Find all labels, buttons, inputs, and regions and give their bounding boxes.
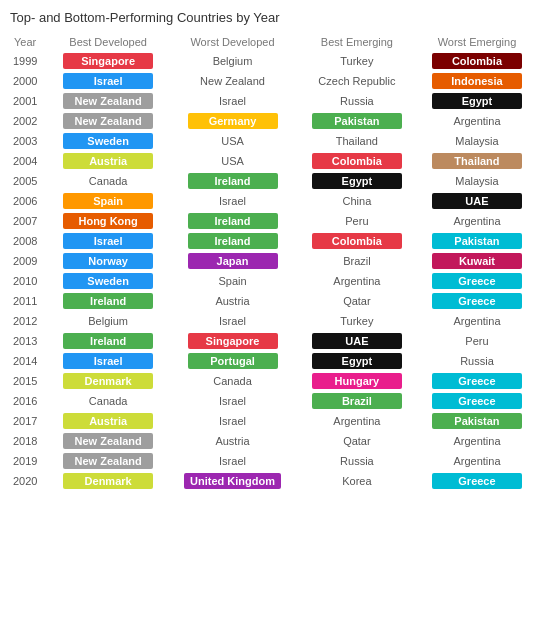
best-developed-cell: Ireland bbox=[48, 331, 168, 351]
cell-label: Russia bbox=[312, 453, 402, 469]
best-developed-cell: Austria bbox=[48, 411, 168, 431]
best-emerging-cell: Brazil bbox=[297, 391, 417, 411]
table-row: 2001New ZealandIsraelRussiaEgypt bbox=[10, 91, 537, 111]
worst-emerging-cell: Greece bbox=[417, 371, 537, 391]
cell-label: Thailand bbox=[432, 153, 522, 169]
best-developed-cell: Israel bbox=[48, 351, 168, 371]
best-emerging-cell: Turkey bbox=[297, 51, 417, 71]
cell-label: UAE bbox=[312, 333, 402, 349]
table-row: 2017AustriaIsraelArgentinaPakistan bbox=[10, 411, 537, 431]
worst-developed-cell: Israel bbox=[168, 191, 297, 211]
worst-emerging-cell: Peru bbox=[417, 331, 537, 351]
header-best-developed: Best Developed bbox=[48, 33, 168, 51]
cell-label: UAE bbox=[432, 193, 522, 209]
year-cell: 2001 bbox=[10, 91, 48, 111]
cell-label: Hungary bbox=[312, 373, 402, 389]
worst-developed-cell: Israel bbox=[168, 411, 297, 431]
table-row: 2012BelgiumIsraelTurkeyArgentina bbox=[10, 311, 537, 331]
header-worst-developed: Worst Developed bbox=[168, 33, 297, 51]
cell-label: Korea bbox=[312, 473, 402, 489]
cell-label: Greece bbox=[432, 273, 522, 289]
cell-label: United Kingdom bbox=[184, 473, 281, 489]
best-emerging-cell: Russia bbox=[297, 451, 417, 471]
best-developed-cell: Norway bbox=[48, 251, 168, 271]
main-container: Top- and Bottom-Performing Countries by … bbox=[10, 10, 537, 491]
best-developed-cell: Sweden bbox=[48, 131, 168, 151]
best-developed-cell: Hong Kong bbox=[48, 211, 168, 231]
cell-label: Austria bbox=[63, 153, 153, 169]
table-row: 2009NorwayJapanBrazilKuwait bbox=[10, 251, 537, 271]
worst-developed-cell: USA bbox=[168, 151, 297, 171]
cell-label: Brazil bbox=[312, 253, 402, 269]
year-cell: 2020 bbox=[10, 471, 48, 491]
best-emerging-cell: Colombia bbox=[297, 231, 417, 251]
year-cell: 2014 bbox=[10, 351, 48, 371]
table-row: 2005CanadaIrelandEgyptMalaysia bbox=[10, 171, 537, 191]
cell-label: Hong Kong bbox=[63, 213, 153, 229]
worst-developed-cell: Ireland bbox=[168, 211, 297, 231]
best-emerging-cell: Argentina bbox=[297, 411, 417, 431]
best-emerging-cell: Pakistan bbox=[297, 111, 417, 131]
table-body: 1999SingaporeBelgiumTurkeyColombia2000Is… bbox=[10, 51, 537, 491]
best-developed-cell: New Zealand bbox=[48, 451, 168, 471]
year-cell: 2007 bbox=[10, 211, 48, 231]
table-row: 2014IsraelPortugalEgyptRussia bbox=[10, 351, 537, 371]
year-cell: 2005 bbox=[10, 171, 48, 191]
cell-label: Portugal bbox=[188, 353, 278, 369]
best-developed-cell: New Zealand bbox=[48, 91, 168, 111]
cell-label: Austria bbox=[188, 293, 278, 309]
header-best-emerging: Best Emerging bbox=[297, 33, 417, 51]
worst-emerging-cell: Egypt bbox=[417, 91, 537, 111]
cell-label: Israel bbox=[63, 353, 153, 369]
cell-label: Egypt bbox=[432, 93, 522, 109]
cell-label: Turkey bbox=[312, 53, 402, 69]
worst-emerging-cell: Russia bbox=[417, 351, 537, 371]
worst-emerging-cell: UAE bbox=[417, 191, 537, 211]
cell-label: Spain bbox=[188, 273, 278, 289]
table-row: 2000IsraelNew ZealandCzech RepublicIndon… bbox=[10, 71, 537, 91]
best-emerging-cell: Qatar bbox=[297, 291, 417, 311]
cell-label: USA bbox=[188, 133, 278, 149]
cell-label: Pakistan bbox=[312, 113, 402, 129]
year-cell: 2004 bbox=[10, 151, 48, 171]
cell-label: Colombia bbox=[312, 153, 402, 169]
year-cell: 2015 bbox=[10, 371, 48, 391]
cell-label: USA bbox=[188, 153, 278, 169]
year-cell: 1999 bbox=[10, 51, 48, 71]
best-developed-cell: Canada bbox=[48, 171, 168, 191]
best-developed-cell: Austria bbox=[48, 151, 168, 171]
cell-label: Singapore bbox=[63, 53, 153, 69]
worst-developed-cell: Israel bbox=[168, 311, 297, 331]
year-cell: 2008 bbox=[10, 231, 48, 251]
year-cell: 2002 bbox=[10, 111, 48, 131]
worst-developed-cell: Ireland bbox=[168, 231, 297, 251]
worst-developed-cell: Belgium bbox=[168, 51, 297, 71]
cell-label: Kuwait bbox=[432, 253, 522, 269]
best-developed-cell: Spain bbox=[48, 191, 168, 211]
cell-label: Ireland bbox=[63, 293, 153, 309]
best-emerging-cell: Korea bbox=[297, 471, 417, 491]
header-worst-emerging: Worst Emerging bbox=[417, 33, 537, 51]
worst-emerging-cell: Kuwait bbox=[417, 251, 537, 271]
cell-label: Qatar bbox=[312, 433, 402, 449]
cell-label: Russia bbox=[432, 353, 522, 369]
cell-label: Turkey bbox=[312, 313, 402, 329]
cell-label: Singapore bbox=[188, 333, 278, 349]
worst-emerging-cell: Thailand bbox=[417, 151, 537, 171]
cell-label: Indonesia bbox=[432, 73, 522, 89]
cell-label: Colombia bbox=[312, 233, 402, 249]
best-developed-cell: New Zealand bbox=[48, 431, 168, 451]
cell-label: Argentina bbox=[432, 313, 522, 329]
cell-label: New Zealand bbox=[63, 93, 153, 109]
worst-emerging-cell: Greece bbox=[417, 291, 537, 311]
cell-label: Argentina bbox=[432, 213, 522, 229]
worst-developed-cell: Germany bbox=[168, 111, 297, 131]
cell-label: Ireland bbox=[63, 333, 153, 349]
cell-label: Greece bbox=[432, 473, 522, 489]
best-emerging-cell: Turkey bbox=[297, 311, 417, 331]
cell-label: Egypt bbox=[312, 173, 402, 189]
worst-developed-cell: New Zealand bbox=[168, 71, 297, 91]
worst-emerging-cell: Greece bbox=[417, 271, 537, 291]
cell-label: Israel bbox=[188, 193, 278, 209]
best-developed-cell: Denmark bbox=[48, 471, 168, 491]
